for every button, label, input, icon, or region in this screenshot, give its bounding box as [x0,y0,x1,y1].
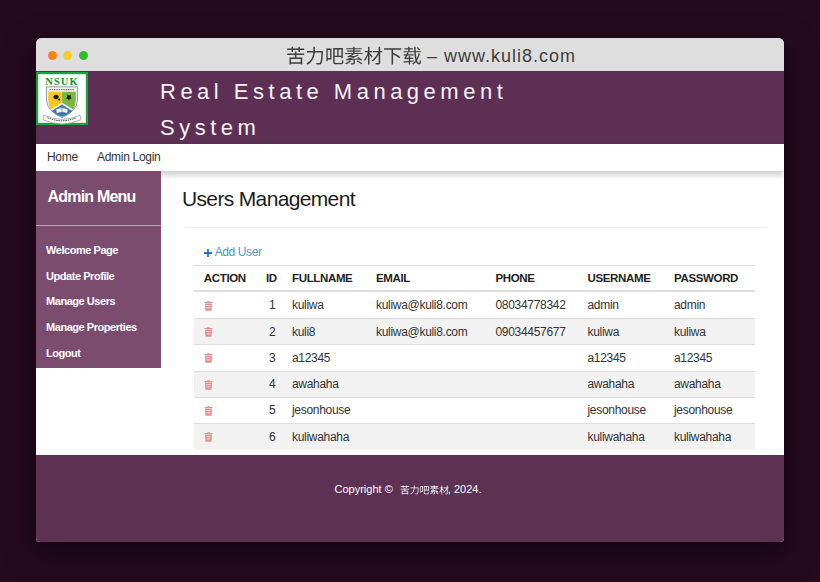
svg-text:NSUK: NSUK [45,76,79,87]
